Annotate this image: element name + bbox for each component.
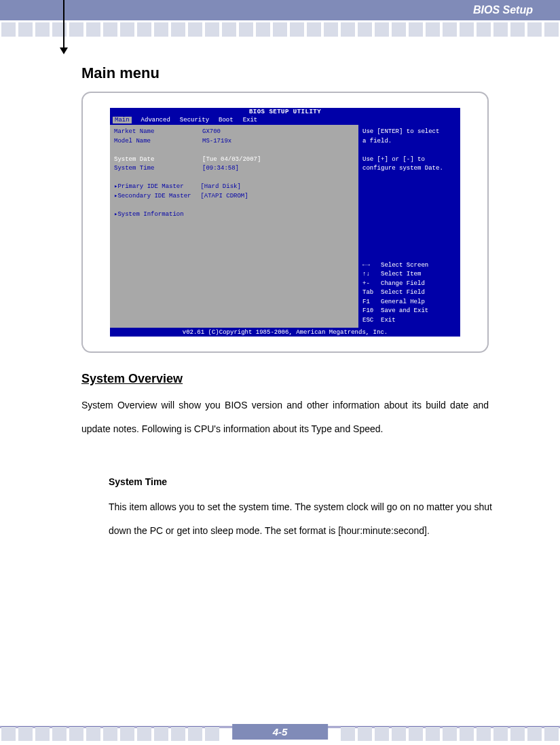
system-time-value: [09:34:58]	[202, 164, 239, 174]
bios-screenshot-frame: BIOS SETUP UTILITY Main Advanced Securit…	[81, 92, 489, 353]
primary-ide-value: [Hard Disk]	[200, 183, 240, 192]
spacer-row	[114, 174, 354, 183]
key-hint: ESC Exit	[362, 316, 456, 326]
help-line: configure system Date.	[362, 164, 456, 174]
decorative-squares-top	[0, 22, 560, 39]
system-date-label: System Date	[114, 155, 202, 165]
bios-title: BIOS SETUP UTILITY	[110, 108, 460, 116]
bios-right-panel: Use [ENTER] to select a field. Use [+] o…	[358, 125, 460, 328]
bios-tab-bar: Main Advanced Security Boot Exit	[110, 116, 460, 124]
system-time-heading: System Time	[109, 476, 167, 487]
market-name-value: GX700	[202, 128, 221, 137]
bios-left-panel: Market Name GX700 Model Name MS-1719x Sy…	[110, 125, 358, 328]
help-line: Use [+] or [-] to	[362, 155, 456, 165]
page-number: 4-5	[232, 724, 329, 740]
primary-ide-label: Primary IDE Master	[117, 183, 200, 192]
header-title: BIOS Setup	[473, 4, 533, 16]
vertical-line	[63, 0, 64, 53]
help-line: Use [ENTER] to select	[362, 128, 456, 137]
key-hint: ↑↓ Select Item	[362, 270, 456, 280]
key-hint: F1 General Help	[362, 298, 456, 307]
bios-screen: BIOS SETUP UTILITY Main Advanced Securit…	[110, 108, 460, 337]
tab-main[interactable]: Main	[113, 117, 132, 123]
system-overview-paragraph: System Overview will show you BIOS versi…	[81, 394, 489, 441]
system-overview-heading: System Overview	[81, 372, 183, 386]
key-hint: +- Change Field	[362, 280, 456, 289]
system-time-row[interactable]: System Time [09:34:58]	[114, 164, 354, 174]
system-information-row[interactable]: System Information	[114, 210, 354, 220]
secondary-ide-value: [ATAPI CDROM]	[200, 192, 248, 202]
market-name-label: Market Name	[114, 128, 202, 137]
tab-boot[interactable]: Boot	[219, 117, 234, 123]
tab-security[interactable]: Security	[180, 117, 209, 123]
arrow-down-icon	[60, 47, 68, 54]
bios-body: Market Name GX700 Model Name MS-1719x Sy…	[110, 124, 460, 328]
system-time-label: System Time	[114, 164, 202, 174]
model-name-label: Model Name	[114, 137, 202, 147]
bios-key-legend: ←→ Select Screen ↑↓ Select Item +- Chang…	[362, 261, 456, 326]
help-line	[362, 146, 456, 155]
main-menu-heading: Main menu	[81, 64, 160, 82]
key-hint: ←→ Select Screen	[362, 261, 456, 271]
model-name-value: MS-1719x	[202, 137, 231, 147]
help-line: a field.	[362, 137, 456, 147]
tab-advanced[interactable]: Advanced	[141, 117, 170, 123]
spacer-row	[114, 201, 354, 210]
bios-help-text: Use [ENTER] to select a field. Use [+] o…	[362, 128, 456, 174]
market-name-row: Market Name GX700	[114, 128, 354, 137]
system-date-value: [Tue 04/03/2007]	[202, 155, 261, 165]
secondary-ide-label: Secondary IDE Master	[117, 192, 200, 202]
spacer-row	[114, 146, 354, 155]
system-information-label: System Information	[117, 210, 183, 220]
system-time-paragraph: This item allows you to set the system t…	[109, 495, 492, 543]
system-date-row[interactable]: System Date [Tue 04/03/2007]	[114, 155, 354, 165]
tab-exit[interactable]: Exit	[243, 117, 258, 123]
bios-footer: v02.61 (C)Copyright 1985-2006, American …	[110, 328, 460, 337]
primary-ide-row[interactable]: Primary IDE Master [Hard Disk]	[114, 183, 354, 192]
key-hint: Tab Select Field	[362, 288, 456, 298]
model-name-row: Model Name MS-1719x	[114, 137, 354, 147]
secondary-ide-row[interactable]: Secondary IDE Master [ATAPI CDROM]	[114, 192, 354, 202]
key-hint: F10 Save and Exit	[362, 307, 456, 316]
page-header: BIOS Setup	[0, 0, 560, 20]
